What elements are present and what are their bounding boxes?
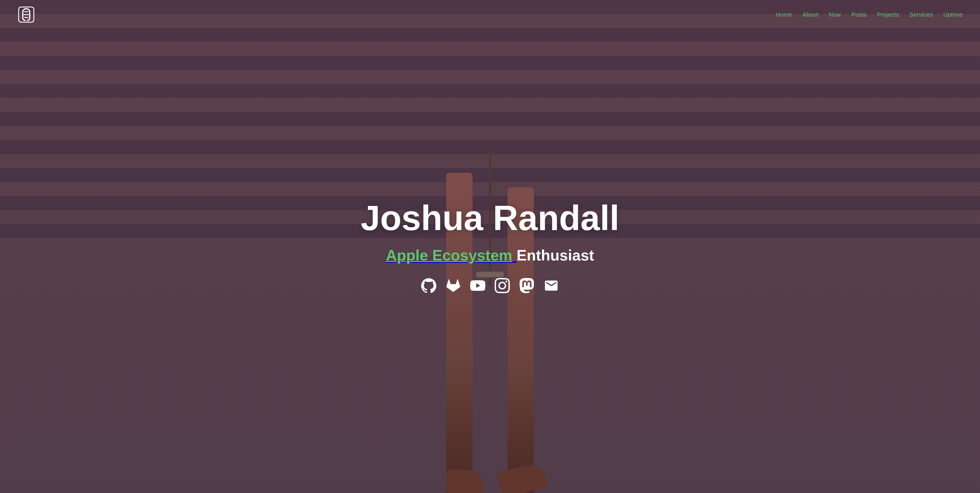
hero-subtitle-rest: Enthusiast: [517, 247, 594, 264]
nav-item-posts[interactable]: Posts: [851, 11, 867, 18]
site-logo[interactable]: [18, 6, 35, 23]
hero-section: Home About Now Posts Projects Services U…: [0, 0, 980, 493]
hero-name: Joshua Randall: [361, 199, 619, 237]
youtube-link[interactable]: [470, 278, 485, 294]
nav-item-projects[interactable]: Projects: [877, 11, 899, 18]
gitlab-link[interactable]: [445, 278, 461, 294]
github-icon: [421, 278, 436, 293]
youtube-icon: [470, 278, 485, 293]
instagram-link[interactable]: [495, 278, 510, 294]
hero-highlight-text: Apple Ecosystem: [386, 247, 512, 264]
nav-link-posts[interactable]: Posts: [851, 11, 867, 18]
hero-content: Joshua Randall Apple Ecosystem Enthusias…: [361, 199, 619, 294]
email-link[interactable]: [544, 278, 559, 294]
nav-link-home[interactable]: Home: [776, 11, 792, 18]
mastodon-link[interactable]: [519, 278, 535, 294]
hero-subtitle-link[interactable]: Apple Ecosystem: [386, 247, 517, 264]
hero-subtitle: Apple Ecosystem Enthusiast: [361, 247, 619, 264]
nav-item-uptime[interactable]: Uptime: [943, 11, 963, 18]
nav-item-now[interactable]: Now: [829, 11, 841, 18]
instagram-icon: [495, 278, 510, 293]
nav-link-uptime[interactable]: Uptime: [943, 11, 963, 18]
nav-link-services[interactable]: Services: [909, 11, 933, 18]
main-nav: Home About Now Posts Projects Services U…: [0, 0, 980, 29]
mastodon-icon: [519, 278, 535, 293]
email-icon: [544, 278, 559, 293]
github-link[interactable]: [421, 278, 436, 294]
gitlab-icon: [445, 278, 461, 293]
nav-item-about[interactable]: About: [802, 11, 818, 18]
nav-link-now[interactable]: Now: [829, 11, 841, 18]
nav-link-projects[interactable]: Projects: [877, 11, 899, 18]
nav-item-home[interactable]: Home: [776, 11, 792, 18]
nav-link-about[interactable]: About: [802, 11, 818, 18]
social-icons-row: [361, 278, 619, 294]
nav-links: Home About Now Posts Projects Services U…: [776, 11, 963, 18]
nav-item-services[interactable]: Services: [909, 11, 933, 18]
